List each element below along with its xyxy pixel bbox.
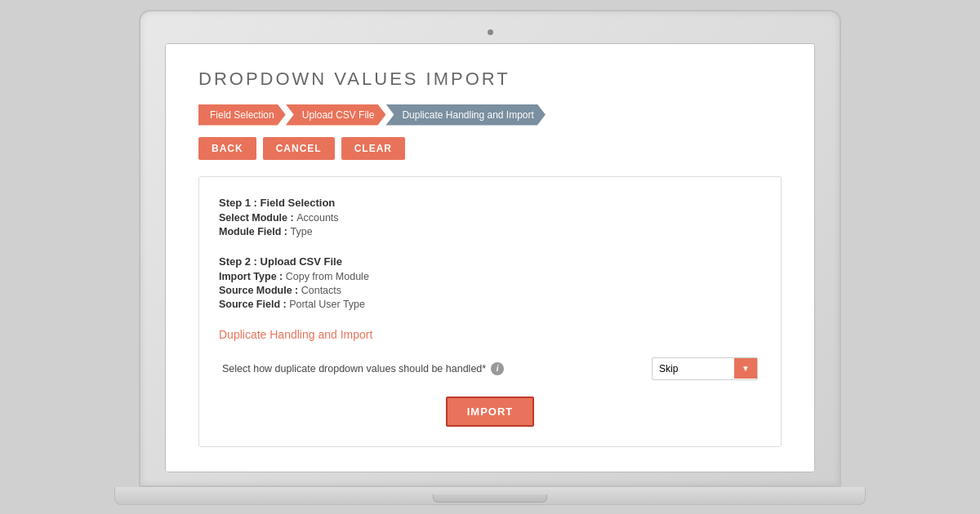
info-icon: i: [491, 362, 504, 375]
step1-module-field-value: Type: [291, 226, 313, 237]
import-btn-row: IMPORT: [219, 397, 761, 427]
step-2: Upload CSV File: [286, 104, 386, 126]
step-1-label: Field Selection: [210, 109, 274, 121]
clear-button[interactable]: CLEAR: [341, 137, 405, 160]
main-panel: Step 1 : Field Selection Select Module :…: [198, 176, 782, 447]
back-button[interactable]: BACK: [198, 137, 256, 160]
step1-section: Step 1 : Field Selection Select Module :…: [219, 197, 761, 237]
duplicate-select-wrapper[interactable]: Skip Overwrite Merge ▼: [652, 357, 758, 380]
duplicate-label-text: Select how duplicate dropdown values sho…: [222, 363, 486, 374]
laptop-screen: DROPDOWN VALUES IMPORT Field Selection U…: [165, 43, 815, 472]
laptop-camera: [488, 29, 493, 35]
step1-select-module-label: Select Module :: [219, 212, 296, 224]
duplicate-handling-label: Select how duplicate dropdown values sho…: [222, 362, 504, 375]
laptop-base: [114, 487, 866, 505]
action-buttons: BACK CANCEL CLEAR: [198, 137, 782, 160]
select-arrow-icon: ▼: [734, 358, 757, 379]
duplicate-select[interactable]: Skip Overwrite Merge: [653, 358, 734, 379]
cancel-button[interactable]: CANCEL: [263, 137, 335, 160]
step2-section: Step 2 : Upload CSV File Import Type : C…: [219, 255, 761, 310]
step1-select-module-value: Accounts: [296, 212, 338, 224]
duplicate-handling-row: Select how duplicate dropdown values sho…: [219, 357, 761, 380]
step2-import-type: Import Type : Copy from Module: [219, 271, 761, 282]
step2-source-field-value: Portal User Type: [289, 299, 365, 310]
step1-select-module: Select Module : Accounts: [219, 212, 761, 224]
step1-module-field-label: Module Field :: [219, 226, 291, 237]
step1-title: Step 1 : Field Selection: [219, 197, 761, 209]
step-3: Duplicate Handling and Import: [385, 104, 545, 126]
laptop-notch: [433, 494, 547, 503]
step2-title: Step 2 : Upload CSV File: [219, 255, 761, 268]
steps-bar: Field Selection Upload CSV File Duplicat…: [198, 104, 782, 126]
step3-title: Duplicate Handling and Import: [219, 328, 761, 344]
step2-source-module-label: Source Module :: [219, 285, 301, 296]
screen-content: DROPDOWN VALUES IMPORT Field Selection U…: [166, 44, 814, 472]
step2-source-field: Source Field : Portal User Type: [219, 299, 761, 310]
step2-import-type-label: Import Type :: [219, 271, 286, 282]
import-button[interactable]: IMPORT: [446, 397, 535, 427]
step1-module-field: Module Field : Type: [219, 226, 761, 237]
step-2-label: Upload CSV File: [302, 109, 375, 121]
step2-source-field-label: Source Field :: [219, 299, 289, 310]
step2-source-module-value: Contacts: [301, 285, 341, 296]
step3-section: Duplicate Handling and Import Select how…: [219, 328, 761, 427]
step2-source-module: Source Module : Contacts: [219, 285, 761, 296]
screen-bezel: DROPDOWN VALUES IMPORT Field Selection U…: [139, 10, 841, 487]
page-title: DROPDOWN VALUES IMPORT: [198, 69, 782, 90]
laptop-container: DROPDOWN VALUES IMPORT Field Selection U…: [139, 10, 841, 505]
step-3-label: Duplicate Handling and Import: [402, 109, 533, 121]
step2-import-type-value: Copy from Module: [286, 271, 369, 282]
step-1: Field Selection: [198, 104, 286, 126]
